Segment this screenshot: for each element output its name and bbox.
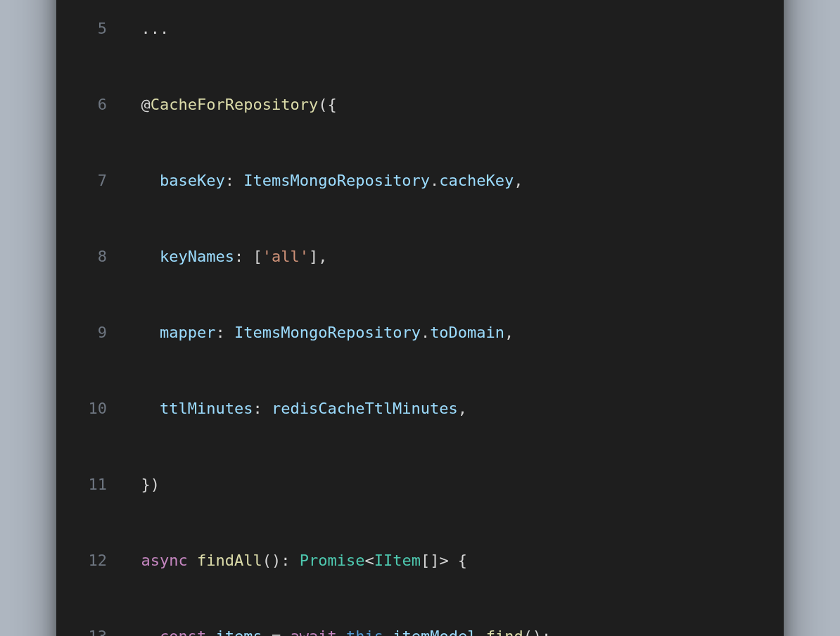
line-number: 9 — [76, 320, 122, 345]
editor-window: 1... 2@Injectable() 3export class ItemsM… — [56, 0, 784, 636]
code-line: 13 const items = await this.itemModel.fi… — [76, 624, 764, 636]
code-line: 12 async findAll(): Promise<IItem[]> { — [76, 548, 764, 573]
code-line: 11 }) — [76, 472, 764, 497]
code-text: ttlMinutes: redisCacheTtlMinutes, — [122, 396, 764, 421]
code-line: 7 baseKey: ItemsMongoRepository.cacheKey… — [76, 168, 764, 193]
line-number: 8 — [76, 244, 122, 269]
code-line: 5 ... — [76, 16, 764, 42]
code-text: keyNames: ['all'], — [122, 244, 764, 269]
code-text: baseKey: ItemsMongoRepository.cacheKey, — [122, 168, 764, 193]
code-area[interactable]: 1... 2@Injectable() 3export class ItemsM… — [76, 0, 764, 636]
code-text: }) — [122, 472, 764, 497]
line-number: 11 — [76, 472, 122, 497]
code-text: @CacheForRepository({ — [122, 92, 764, 117]
stage: 1... 2@Injectable() 3export class ItemsM… — [0, 0, 840, 636]
line-number: 12 — [76, 548, 122, 573]
line-number: 6 — [76, 92, 122, 117]
code-text: const items = await this.itemModel.find(… — [122, 624, 764, 636]
code-text: mapper: ItemsMongoRepository.toDomain, — [122, 320, 764, 345]
line-number: 5 — [76, 16, 122, 42]
code-line: 8 keyNames: ['all'], — [76, 244, 764, 269]
code-line: 9 mapper: ItemsMongoRepository.toDomain, — [76, 320, 764, 345]
line-number: 7 — [76, 168, 122, 193]
line-number: 13 — [76, 624, 122, 636]
code-text: ... — [122, 16, 764, 42]
code-line: 10 ttlMinutes: redisCacheTtlMinutes, — [76, 396, 764, 421]
code-line: 6 @CacheForRepository({ — [76, 92, 764, 117]
code-text: async findAll(): Promise<IItem[]> { — [122, 548, 764, 573]
line-number: 10 — [76, 396, 122, 421]
